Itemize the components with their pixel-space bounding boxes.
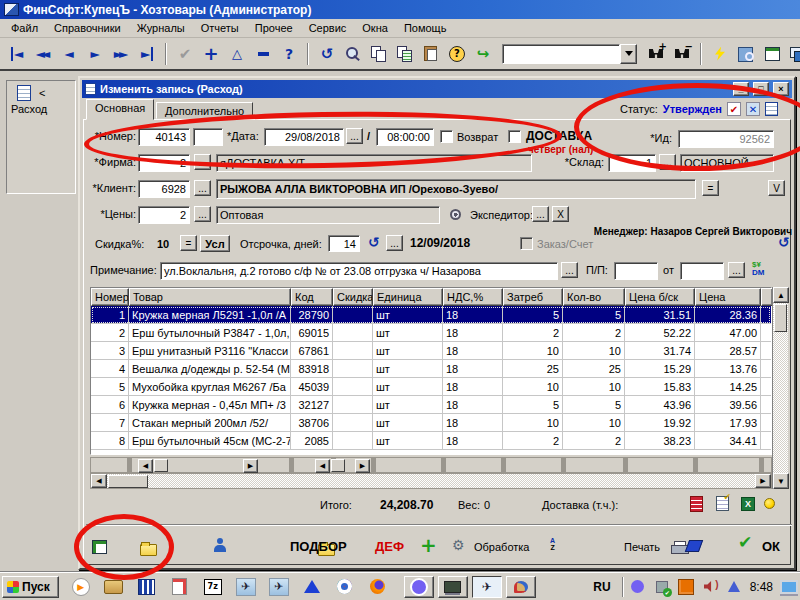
cell[interactable]: 38.23 (625, 432, 695, 449)
ok-button[interactable]: ОК (762, 539, 780, 554)
archiver-7z-icon[interactable] (202, 576, 224, 598)
cell[interactable]: 18 (443, 360, 503, 377)
firma-dots-button[interactable]: ... (194, 154, 211, 170)
column-splitter[interactable] (371, 458, 376, 472)
cell[interactable]: Кружка мерная Л5291 -1,0л /А (129, 306, 291, 323)
flight-1-icon[interactable] (235, 576, 257, 598)
volume-tray-icon[interactable] (701, 578, 719, 596)
column-splitter[interactable] (289, 458, 294, 472)
klient-dots-button[interactable]: ... (194, 180, 211, 196)
cell[interactable] (333, 414, 373, 431)
catalog-icon[interactable] (136, 576, 158, 598)
cell[interactable]: 18 (443, 414, 503, 431)
dialog-titlebar[interactable]: Изменить запись (Расход) _ □ × (82, 80, 792, 98)
start-button[interactable]: Пуск (2, 576, 59, 598)
cell[interactable]: 18 (443, 432, 503, 449)
document-icon[interactable] (17, 85, 31, 101)
cell[interactable]: Кружка мерная - 0,45л МП+ /3 (129, 396, 291, 413)
column-header-1[interactable]: Номер (91, 288, 129, 306)
column-splitter[interactable] (127, 458, 132, 472)
language-indicator[interactable]: RU (587, 580, 616, 594)
column-header-3[interactable]: Код (291, 288, 333, 306)
quick-search-input[interactable] (502, 44, 620, 64)
cell[interactable] (333, 342, 373, 359)
add-row-button[interactable]: + (420, 533, 437, 557)
taskbar-app-viber[interactable] (404, 576, 434, 598)
table-row[interactable]: 4Вешалка д/одежды р. 52-54 (М83918шт1825… (91, 360, 771, 378)
cell[interactable]: Ерш унитазный Р3116 "Класси (129, 342, 291, 359)
quick-search-lightning-button[interactable] (708, 42, 732, 66)
usb-tray-icon[interactable] (653, 578, 671, 596)
cell[interactable]: 18 (443, 396, 503, 413)
close-button[interactable]: × (773, 82, 789, 96)
usl-button[interactable]: Усл (200, 235, 230, 252)
nomer2-field[interactable] (193, 128, 223, 146)
cell[interactable]: 14.25 (695, 378, 761, 395)
documents-folder-icon[interactable] (103, 576, 125, 598)
delete-minus-button[interactable] (251, 42, 275, 66)
cell[interactable]: 39.56 (695, 396, 761, 413)
cell[interactable]: 2 (563, 432, 625, 449)
cell[interactable]: шт (373, 432, 443, 449)
cascade-windows-button[interactable] (786, 42, 800, 66)
taskbar-app-paint[interactable] (506, 576, 536, 598)
cell[interactable]: 18 (443, 306, 503, 323)
minimize-button[interactable]: _ (733, 82, 749, 96)
table-row[interactable]: 3Ерш унитазный Р3116 "Класси67861шт18101… (91, 342, 771, 360)
vozvrat-checkbox[interactable] (440, 130, 453, 143)
cell[interactable]: 2 (503, 324, 563, 341)
status-log-icon[interactable] (765, 102, 778, 116)
search-in-list-button[interactable] (734, 42, 758, 66)
grid-hscrollbar[interactable]: ◀ ▶ (90, 473, 772, 489)
gear-icon[interactable]: ⚙ (452, 537, 465, 553)
cell[interactable]: 5 (503, 396, 563, 413)
primechanie-dots-button[interactable]: ... (561, 262, 578, 278)
menu-item-8[interactable]: Помощь (397, 20, 454, 36)
sort-az-icon[interactable]: AZ (550, 537, 555, 551)
status-approve-icon[interactable]: ✔ (727, 102, 741, 116)
scroll-right-button[interactable]: ▶ (755, 474, 771, 488)
ceny-dots-button[interactable]: ... (194, 206, 211, 222)
grid-splitter-strip[interactable]: ◀▶◀▶ (90, 457, 772, 473)
menu-item-2[interactable]: Справочники (47, 20, 128, 36)
menu-item-4[interactable]: Отчеты (194, 20, 246, 36)
sidebar-collapse[interactable]: < (39, 87, 45, 99)
hscroll-thumb[interactable] (108, 475, 148, 488)
cell[interactable]: шт (373, 378, 443, 395)
ekspeditor-clear-button[interactable]: X (552, 206, 569, 222)
accept-check-button[interactable] (173, 42, 197, 66)
grid-vscrollbar[interactable]: ▲ ▼ (772, 287, 788, 489)
go-first-button[interactable] (5, 42, 29, 66)
cell[interactable]: 7 (91, 414, 129, 431)
cell[interactable]: 31.51 (625, 306, 695, 323)
table-row[interactable]: 6Кружка мерная - 0,45л МП+ /332127шт1855… (91, 396, 771, 414)
sklad-dots-button[interactable]: ... (659, 154, 676, 170)
cell[interactable]: 18 (443, 342, 503, 359)
cell[interactable] (333, 306, 373, 323)
undo-arrow-button[interactable] (315, 42, 339, 66)
cell[interactable]: 31.74 (625, 342, 695, 359)
cell[interactable]: 5 (563, 396, 625, 413)
cell[interactable]: 10 (503, 378, 563, 395)
menu-item-7[interactable]: Окна (355, 20, 395, 36)
ot-field[interactable] (680, 262, 724, 280)
v-button[interactable]: V (768, 180, 785, 196)
column-header-4[interactable]: Скидка (333, 288, 373, 306)
cell[interactable]: 3 (91, 342, 129, 359)
column-header-10[interactable]: Цена (695, 288, 761, 306)
open-folder-button[interactable] (140, 544, 157, 556)
cell[interactable]: 10 (503, 414, 563, 431)
cell[interactable]: Вешалка д/одежды р. 52-54 (М (129, 360, 291, 377)
cell[interactable]: 28.57 (695, 342, 761, 359)
cell[interactable]: 2085 (291, 432, 333, 449)
go-last-button[interactable] (135, 42, 159, 66)
scroll-down-button[interactable]: ▼ (773, 473, 789, 489)
cell[interactable]: 10 (503, 342, 563, 359)
menu-item-1[interactable]: Файл (4, 20, 45, 36)
pane-scroll-button[interactable]: ◀ (315, 459, 330, 473)
edit-triangle-button[interactable] (225, 42, 249, 66)
column-splitter[interactable] (501, 458, 506, 472)
cell[interactable] (333, 324, 373, 341)
viber-tray-icon[interactable] (629, 578, 647, 596)
klient-field[interactable]: 6928 (138, 180, 190, 198)
